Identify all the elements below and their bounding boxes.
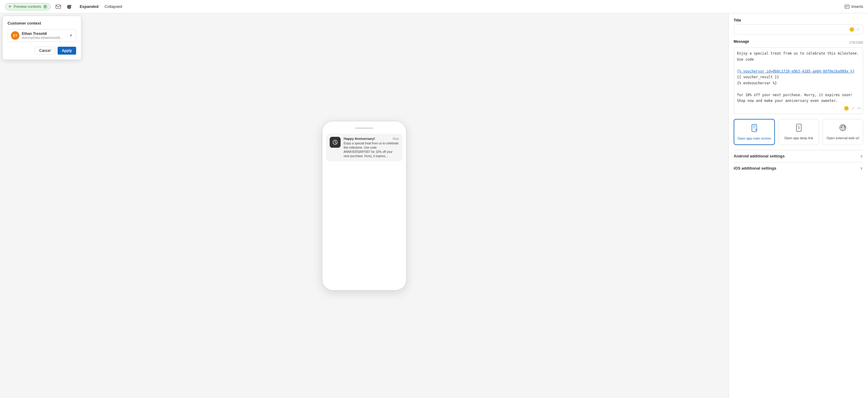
android-settings-title: Android additional settings [734,154,784,158]
context-user-info: Ethan Tresoldi dummyData-ethantresoldi@s… [22,32,67,39]
message-content: Enjoy a special treat from us to celebra… [737,51,860,104]
context-user-row[interactable]: ET Ethan Tresoldi dummyData-ethantresold… [8,29,76,42]
apply-button[interactable]: Apply [58,47,76,55]
title-input-row: 🙂 ⤢ [734,24,863,35]
app-icon [330,137,341,148]
message-code-before: {% vouchervar id=0b0c1720-e9b3-4185-ae04… [737,69,855,73]
apple-icon-btn[interactable] [66,3,73,11]
notif-body: Enjoy a special treat from us to celebra… [344,141,399,158]
eye-icon: 👁 [8,5,12,9]
preview-pane: Customer context ET Ethan Tresoldi dummy… [0,13,728,398]
cancel-button[interactable]: Cancel [35,47,55,55]
context-dropdown-title: Customer context [8,21,76,26]
ios-settings-section: iOS additional settings ∨ [734,162,863,174]
action-buttons: Open app main screen Open app deep link [734,119,863,145]
emoji-icon[interactable]: 🙂 [849,27,854,32]
message-code-middle: {{ voucher_result }} [737,75,779,79]
open-external-url-icon [839,123,847,134]
notif-time: Now [393,137,399,141]
customer-context-dropdown: Customer context ET Ethan Tresoldi dummy… [2,16,81,60]
email-icon-btn[interactable] [54,3,62,10]
toolbar: 👁 Preview contexts ✕ Expanded Collapsed … [0,0,868,13]
ios-settings-header[interactable]: iOS additional settings ∨ [734,166,863,171]
open-app-deep-btn[interactable]: Open app deep link [778,119,819,145]
ios-settings-title: iOS additional settings [734,166,776,171]
message-code-after: {% endvouchervar %} [737,81,777,85]
close-preview-contexts-icon[interactable]: ✕ [43,5,47,9]
context-dropdown-chevron-icon: ▼ [69,33,73,38]
phone-content: Happy Anniversary! Now Enjoy a special t… [322,134,406,284]
view-toggle: Expanded Collapsed [77,3,125,10]
message-emoji-icon[interactable]: 🙂 [844,106,849,111]
open-app-main-icon [750,124,758,134]
context-user-email: dummyData-ethantresoldi@syn... [22,36,67,39]
notif-title: Happy Anniversary! [344,137,375,141]
open-app-deep-label: Open app deep link [784,136,813,140]
open-app-main-btn[interactable]: Open app main screen [734,119,775,145]
svg-rect-1 [845,5,849,8]
collapsed-tab[interactable]: Collapsed [102,3,125,10]
open-app-main-label: Open app main screen [737,136,771,140]
message-expand-icon[interactable]: ⤢ [851,106,855,111]
message-footer-icons: 🙂 ⤢ ✏ [844,105,861,112]
notif-content: Happy Anniversary! Now Enjoy a special t… [344,137,399,158]
context-dropdown-actions: Cancel Apply [8,47,76,55]
context-user-name: Ethan Tresoldi [22,32,67,36]
right-panel: Title 🙂 ⤢ Message 276/1500 Enjoy a speci… [728,13,868,398]
notif-header: Happy Anniversary! Now [344,137,399,141]
context-avatar: ET [11,31,20,40]
ios-chevron-icon: ∨ [860,166,863,171]
message-line2: for 10% off your next purchase. Hurry, i… [737,93,852,103]
android-settings-section: Android additional settings ∨ [734,150,863,162]
notification-card: Happy Anniversary! Now Enjoy a special t… [326,134,402,161]
message-line1: Enjoy a special treat from us to celebra… [737,51,859,62]
open-app-deep-icon [795,123,803,134]
avatar-initials: ET [13,34,17,37]
preview-contexts-badge[interactable]: 👁 Preview contexts ✕ [5,3,51,10]
main-layout: Customer context ET Ethan Tresoldi dummy… [0,13,868,398]
preview-contexts-label: Preview contexts [14,5,41,9]
title-field-label: Title [734,18,863,23]
phone-notch [355,127,373,129]
android-chevron-icon: ∨ [860,154,863,158]
inserts-button[interactable]: Inserts [845,4,863,9]
message-edit-icon[interactable]: ✏ [857,106,861,111]
title-input[interactable] [737,27,847,32]
open-external-url-btn[interactable]: Open external web url [823,119,863,145]
open-external-url-label: Open external web url [827,136,859,140]
inserts-label: Inserts [851,4,863,9]
message-field-label: Message [734,39,749,44]
title-input-icons: 🙂 ⤢ [849,27,860,32]
message-box[interactable]: Enjoy a special treat from us to celebra… [734,47,863,114]
message-header: Message 276/1500 [734,39,863,45]
expand-icon[interactable]: ⤢ [856,27,860,32]
message-section: Message 276/1500 Enjoy a special treat f… [734,39,863,114]
expanded-tab[interactable]: Expanded [77,3,102,10]
phone-mockup: Happy Anniversary! Now Enjoy a special t… [322,121,407,290]
android-settings-header[interactable]: Android additional settings ∨ [734,154,863,158]
svg-rect-0 [56,5,61,8]
message-count: 276/1500 [849,41,863,44]
